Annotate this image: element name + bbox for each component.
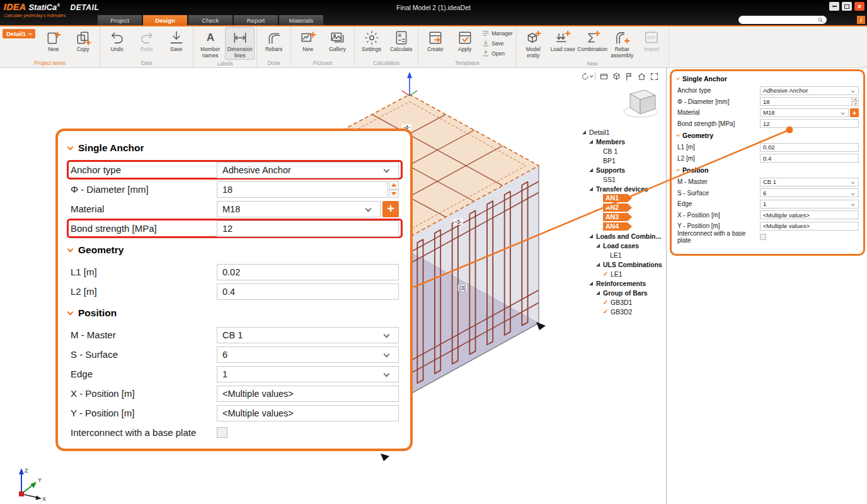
ribbon-save-button[interactable]: Save (161, 27, 191, 59)
checkbox-checked-icon[interactable]: ✓ (603, 308, 611, 315)
add-material-button[interactable] (850, 108, 859, 117)
ribbon-dimension-lines-button[interactable]: Dimension lines (225, 27, 255, 60)
section-header-position[interactable]: Position (67, 301, 403, 325)
spinner-down-button[interactable] (853, 101, 859, 106)
tree-item-an3[interactable]: AN3 (581, 212, 666, 222)
ribbon-combination-button[interactable]: Combination (578, 27, 607, 59)
ribbon-open-button[interactable]: Open (481, 49, 514, 58)
diameter-mm-input[interactable]: 18 (760, 97, 852, 106)
add-material-button[interactable] (382, 201, 399, 217)
spinner-up-button[interactable] (853, 97, 859, 102)
ribbon-new-button[interactable]: New (38, 27, 68, 59)
section-header-geometry[interactable]: Geometry (67, 238, 403, 262)
tab-materials[interactable]: Materials (279, 15, 323, 25)
ribbon-member-names-button[interactable]: AMember names (195, 27, 225, 60)
ribbon-rebar-assembly-button[interactable]: Rebar assembly (607, 27, 637, 60)
tree-item-gb3d2[interactable]: ✓GB3D2 (581, 307, 666, 316)
tree-item-cb-1[interactable]: CB 1 (581, 146, 666, 156)
tree-item-supports[interactable]: Supports (581, 165, 666, 175)
section-header-position[interactable]: Position (677, 164, 859, 176)
interconnect-with-a-base-plate-checkbox[interactable] (217, 427, 227, 438)
tree-item-le1[interactable]: ✓LE1 (581, 269, 666, 278)
bond-strength-mpa-input[interactable]: 12 (760, 119, 859, 128)
tree-expander-icon[interactable] (589, 168, 596, 172)
y-position-m-input[interactable]: <Multiple values> (760, 222, 859, 231)
frame-button[interactable] (598, 71, 609, 81)
tree-item-members[interactable]: Members (581, 137, 666, 146)
tree-expander-icon[interactable] (589, 140, 596, 144)
l2-m-input[interactable]: 0.4 (217, 284, 399, 300)
anchor-type-select[interactable]: Adhesive Anchor (760, 86, 859, 95)
ribbon-apply-button[interactable]: Apply (450, 27, 479, 59)
cube-button[interactable] (611, 71, 622, 81)
tab-project[interactable]: Project (98, 15, 142, 25)
l1-m-input[interactable]: 0.02 (760, 143, 859, 152)
material-select[interactable]: M18 (760, 108, 849, 117)
ribbon-create-button[interactable]: Create (420, 27, 450, 59)
ribbon-model-entity-button[interactable]: Model entity (519, 27, 548, 60)
tree-item-an1[interactable]: AN1 (581, 193, 666, 203)
search-box[interactable] (738, 16, 827, 24)
section-header-single-anchor[interactable]: Single Anchor (67, 136, 403, 160)
tree-item-loads-and-combin[interactable]: Loads and Combin... (581, 231, 666, 241)
ribbon-gallery-button[interactable]: Gallery (323, 27, 352, 59)
section-header-geometry[interactable]: Geometry (677, 129, 859, 142)
anchor-type-select[interactable]: Adhesive Anchor (217, 162, 399, 178)
l2-m-input[interactable]: 0.4 (760, 154, 859, 163)
s-surface-select[interactable]: 6 (217, 346, 399, 363)
tree-item-uls-combinations[interactable]: ULS Combinations (581, 260, 666, 269)
edge-select[interactable]: 1 (217, 366, 399, 382)
project-item-chip-detail1[interactable]: Detail1 (3, 29, 35, 38)
checkbox-checked-icon[interactable]: ✓ (603, 270, 611, 277)
tree-item-group-of-bars[interactable]: Group of Bars (581, 288, 666, 297)
x-position-m-input[interactable]: <Multiple values> (217, 386, 399, 402)
tree-item-bp1[interactable]: BP1 (581, 156, 666, 165)
tree-expander-icon[interactable] (596, 244, 603, 248)
x-position-m-input[interactable]: <Multiple values> (760, 210, 859, 219)
tree-item-load-cases[interactable]: Load cases (581, 241, 666, 250)
tree-item-transfer-devices[interactable]: Transfer devices (581, 184, 666, 193)
search-input[interactable] (742, 16, 818, 23)
tree-item-le1[interactable]: LE1 (581, 250, 666, 260)
tree-item-reinforcements[interactable]: Reinforcements (581, 278, 666, 288)
ribbon-save-button[interactable]: Save (481, 39, 514, 48)
info-button[interactable]: i (857, 16, 865, 24)
tab-design[interactable]: Design (143, 15, 187, 25)
tree-item-gb3d1[interactable]: ✓GB3D1 (581, 297, 666, 307)
checkbox-checked-icon[interactable]: ✓ (603, 299, 611, 306)
tree-item-detail1[interactable]: Detail1 (581, 127, 666, 137)
material-select[interactable]: M18 (217, 201, 381, 217)
interconnect-with-a-base-plate-checkbox[interactable] (760, 234, 766, 240)
s-surface-select[interactable]: 6 (760, 188, 859, 197)
maximize-button[interactable] (842, 2, 852, 11)
ribbon-undo-button[interactable]: Undo (102, 27, 132, 59)
bond-strength-mpa-input[interactable]: 12 (217, 220, 399, 237)
ribbon-new-button[interactable]: New (293, 27, 323, 59)
home-button[interactable] (636, 71, 647, 81)
ribbon-load-case-button[interactable]: Load case (548, 27, 578, 59)
tree-item-an4[interactable]: AN4 (581, 222, 666, 231)
tab-report[interactable]: Report (234, 15, 278, 25)
tree-item-ss1[interactable]: SS1 (581, 175, 666, 184)
fit-view-button[interactable] (648, 71, 660, 81)
tree-expander-icon[interactable] (589, 234, 596, 238)
ribbon-manager-button[interactable]: Manager (481, 29, 514, 38)
section-header-single-anchor[interactable]: Single Anchor (677, 72, 859, 85)
flag-button[interactable] (623, 71, 634, 81)
tree-expander-icon[interactable] (596, 263, 603, 266)
navigation-cube[interactable] (622, 83, 661, 121)
ribbon-copy-button[interactable]: Copy (68, 27, 98, 59)
tree-item-an2[interactable]: AN2 (581, 203, 666, 212)
spinner-up-button[interactable] (389, 181, 399, 190)
spinner-down-button[interactable] (389, 190, 399, 198)
l1-m-input[interactable]: 0.02 (217, 264, 399, 280)
y-position-m-input[interactable]: <Multiple values> (217, 405, 399, 421)
tree-expander-icon[interactable] (589, 282, 596, 285)
tree-expander-icon[interactable] (596, 291, 603, 295)
minimize-button[interactable] (829, 2, 839, 11)
tree-expander-icon[interactable] (589, 187, 596, 191)
diameter-mm-input[interactable]: 18 (217, 181, 388, 198)
close-button[interactable]: × (854, 2, 864, 11)
m-master-select[interactable]: CB 1 (217, 327, 399, 343)
tree-expander-icon[interactable] (582, 130, 589, 134)
